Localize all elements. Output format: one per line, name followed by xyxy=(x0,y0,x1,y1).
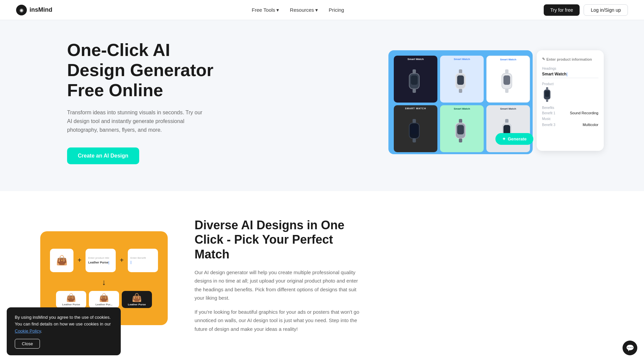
logo-text: insMind xyxy=(30,6,52,13)
product-watch-icon xyxy=(542,87,554,102)
logo-icon xyxy=(16,5,27,15)
svg-rect-14 xyxy=(411,125,418,134)
benefits-label: Benefits xyxy=(542,106,598,110)
svg-rect-18 xyxy=(457,125,464,134)
svg-rect-2 xyxy=(411,75,418,85)
benefit-3-label: Benefit 3 xyxy=(542,123,555,127)
benefit-2-row: Music xyxy=(542,117,598,121)
watch-card-4: SMART WATCH xyxy=(394,105,437,152)
section2-body-1: Our AI design generator will help you cr… xyxy=(195,268,362,302)
svg-rect-16 xyxy=(459,119,462,123)
create-ai-design-button[interactable]: Create an AI Design xyxy=(67,147,139,164)
generate-button[interactable]: ✦ Generate xyxy=(495,133,533,145)
svg-rect-10 xyxy=(503,75,510,85)
hero-title: One-Click AI Design Generator Free Onlin… xyxy=(67,40,228,100)
bag-result-emoji-2: 👜 xyxy=(99,293,109,302)
login-button[interactable]: Log in/Sign up xyxy=(584,4,628,16)
try-for-free-button[interactable]: Try for free xyxy=(544,4,580,16)
product-row: Product xyxy=(542,82,598,102)
logo[interactable]: insMind xyxy=(16,5,52,15)
nav-links: Free Tools ▾ Resources ▾ Pricing xyxy=(252,7,344,13)
nav-actions: Try for free Log in/Sign up xyxy=(544,4,628,16)
benefits-section: Benefits Benefit 1 Sound Recording Music… xyxy=(542,106,598,127)
bag-benefit-input: Enter Benefit xyxy=(128,249,158,272)
svg-rect-3 xyxy=(413,89,416,93)
text-cursor-2 xyxy=(131,261,131,264)
nav-free-tools[interactable]: Free Tools ▾ xyxy=(252,7,279,13)
bag-result-emoji-1: 👜 xyxy=(66,293,76,302)
svg-rect-19 xyxy=(459,138,462,142)
svg-rect-27 xyxy=(546,100,548,102)
panel-title: ✎ Enter product information xyxy=(542,57,598,61)
svg-rect-0 xyxy=(413,69,416,73)
benefit-1-value: Sound Recording xyxy=(570,111,598,115)
cookie-banner: By using insMind you agree to the use of… xyxy=(7,307,121,355)
bag-results: 👜 Leather Purse 👜 Leather Pur... 👜 Leath… xyxy=(56,291,152,308)
chevron-down-icon: ▾ xyxy=(276,7,279,13)
svg-rect-15 xyxy=(413,138,416,142)
product-label: Product xyxy=(542,82,598,86)
benefit-3-value: Multicolor xyxy=(583,123,598,127)
watch-card-2: Smart Watch xyxy=(440,56,484,103)
svg-rect-7 xyxy=(459,89,462,93)
plus-icon-2: + xyxy=(120,256,124,264)
chevron-down-icon: ▾ xyxy=(315,7,318,13)
svg-rect-24 xyxy=(546,87,548,90)
svg-rect-12 xyxy=(413,119,416,123)
watch-card-3: Smart Watch xyxy=(486,56,530,103)
text-cursor xyxy=(567,72,567,76)
watch-card-1: Smart Watch xyxy=(394,56,437,103)
benefit-3-row: Benefit 3 Multicolor xyxy=(542,123,598,127)
cookie-policy-link[interactable]: Cookie Policy xyxy=(15,328,41,334)
section2-body-2: If you're looking for beautiful graphics… xyxy=(195,308,362,334)
chat-icon: 💬 xyxy=(626,344,634,352)
benefit-2-label: Music xyxy=(542,117,551,121)
heading-row: Headings Smart Watch xyxy=(542,67,598,78)
cookie-close-button[interactable]: Close xyxy=(15,339,40,349)
bag-photo-box: 👜 xyxy=(50,249,73,272)
plus-icon: + xyxy=(77,256,82,264)
heading-value: Smart Watch xyxy=(542,72,598,78)
chat-bubble-button[interactable]: 💬 xyxy=(623,341,637,355)
bag-result-emoji-3: 👜 xyxy=(132,293,142,302)
svg-rect-26 xyxy=(545,91,549,97)
bag-title-input: Enter product title Leather Purse xyxy=(86,249,116,272)
hero-section: One-Click AI Design Generator Free Onlin… xyxy=(0,20,644,191)
bag-emoji: 👜 xyxy=(56,255,68,266)
section2-text: Diverse AI Designs in One Click - Pick Y… xyxy=(195,218,362,339)
svg-rect-6 xyxy=(457,75,464,85)
watch-card-5: Smart Watch xyxy=(440,105,484,152)
watch-card-6: Smart Match xyxy=(486,105,530,152)
heading-label: Headings xyxy=(542,67,598,70)
sparkle-icon: ✦ xyxy=(502,136,506,141)
arrow-down-icon: ↓ xyxy=(102,278,106,287)
hero-illustration: Smart Watch Smart Watch xyxy=(388,50,604,154)
navbar: insMind Free Tools ▾ Resources ▾ Pricing… xyxy=(0,0,644,20)
svg-rect-8 xyxy=(505,69,508,73)
bag-flow: 👜 + Enter product title Leather Purse + … xyxy=(50,249,158,272)
svg-rect-4 xyxy=(459,69,462,73)
edit-icon: ✎ xyxy=(542,57,545,61)
svg-rect-11 xyxy=(505,89,508,93)
nav-pricing[interactable]: Pricing xyxy=(329,7,344,13)
benefit-1-row: Benefit 1 Sound Recording xyxy=(542,111,598,115)
bag-result-3: 👜 Leather Purse xyxy=(122,291,152,308)
section2-title: Diverse AI Designs in One Click - Pick Y… xyxy=(195,218,362,261)
cookie-text: By using insMind you agree to the use of… xyxy=(15,315,111,327)
bag-result-1: 👜 Leather Purse xyxy=(56,291,86,308)
svg-rect-20 xyxy=(505,119,508,123)
product-info-panel: ✎ Enter product information Headings Sma… xyxy=(537,50,604,151)
nav-resources[interactable]: Resources ▾ xyxy=(290,7,318,13)
bag-result-2: 👜 Leather Pur... xyxy=(89,291,119,308)
benefit-1-label: Benefit 1 xyxy=(542,111,555,115)
hero-subtitle: Transform ideas into stunning visuals in… xyxy=(67,108,208,134)
hero-text: One-Click AI Design Generator Free Onlin… xyxy=(67,40,228,164)
